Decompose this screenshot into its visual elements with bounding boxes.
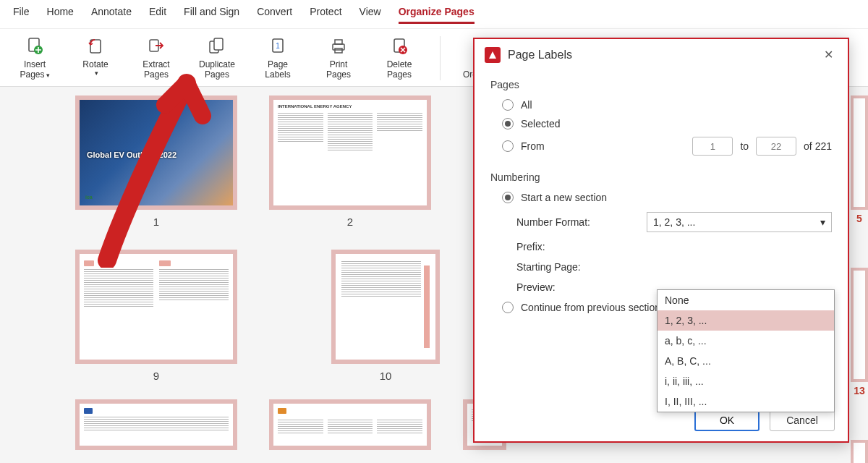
thumb-page-1[interactable]: Global EV Outlook 2022 iea 1 — [75, 95, 237, 228]
thumb-label: 1 — [153, 216, 159, 228]
radio-new-section-label: Start a new section — [521, 192, 607, 203]
page-labels-dialog: Page Labels ✕ Pages All Selected From to… — [473, 38, 849, 443]
duplicate-sub: Pages — [205, 69, 229, 80]
menu-convert[interactable]: Convert — [257, 6, 292, 24]
print-pages-button[interactable]: Print Pages — [315, 36, 362, 80]
number-format-select[interactable]: 1, 2, 3, ... ▾ — [647, 212, 832, 232]
radio-continue[interactable] — [502, 302, 514, 313]
format-option-roman-upper[interactable]: I, II, III, ... — [658, 391, 834, 412]
page1-brand: iea — [85, 195, 93, 200]
to-label: to — [740, 140, 749, 152]
right-edge-thumbs: 5 13 — [851, 95, 868, 463]
delete-pages-button[interactable]: Delete Pages — [376, 36, 422, 80]
strip-label: 5 — [851, 213, 868, 224]
pagelabels-sub: Labels — [265, 69, 290, 80]
delete-sub: Pages — [387, 69, 412, 80]
format-option-abc-upper[interactable]: A, B, C, ... — [658, 351, 834, 371]
page-labels-button[interactable]: 1 Page Labels — [255, 36, 301, 80]
radio-new-section[interactable] — [502, 192, 514, 203]
radio-selected-label: Selected — [521, 118, 560, 129]
dialog-close-button[interactable]: ✕ — [820, 46, 838, 63]
menu-fill-sign[interactable]: Fill and Sign — [184, 6, 239, 24]
cancel-button[interactable]: Cancel — [770, 409, 835, 431]
page9-tag — [84, 260, 94, 266]
thumb-page-10[interactable]: 10 — [331, 250, 440, 382]
thumb-page-bottom1[interactable] — [75, 399, 237, 450]
starting-page-label: Starting Page: — [516, 261, 647, 273]
number-format-label: Number Format: — [516, 216, 647, 228]
insert-label: Insert — [24, 59, 46, 69]
svg-rect-9 — [335, 40, 342, 44]
menu-annotate[interactable]: Annotate — [91, 6, 132, 24]
print-label: Print — [330, 59, 348, 69]
page-labels-icon: 1 — [268, 36, 288, 56]
number-format-value: 1, 2, 3, ... — [653, 216, 695, 228]
menu-view[interactable]: View — [359, 6, 381, 24]
menu-organize-pages[interactable]: Organize Pages — [399, 6, 475, 24]
extract-pages-button[interactable]: Extract Pages — [133, 36, 179, 80]
menu-home[interactable]: Home — [47, 6, 74, 24]
tag — [278, 408, 286, 414]
radio-from-label: From — [521, 140, 545, 152]
page9-tag2 — [159, 260, 171, 266]
print-sub: Pages — [326, 69, 351, 80]
insert-sub: Pages▾ — [20, 69, 49, 80]
thumb-page-9[interactable]: 9 — [75, 250, 237, 382]
radio-from-row[interactable]: From to of 221 — [502, 137, 832, 156]
extract-sub: Pages — [144, 69, 169, 80]
radio-continue-label: Continue from previous section — [521, 302, 660, 313]
ok-button[interactable]: OK — [694, 409, 760, 431]
thumb-page-edge[interactable] — [851, 440, 868, 463]
menu-file[interactable]: File — [13, 6, 30, 24]
page1-title: Global EV Outlook 2022 — [87, 150, 176, 159]
format-option-roman-lower[interactable]: i, ii, iii, ... — [658, 371, 834, 391]
starting-page-row: Starting Page: — [516, 261, 832, 273]
dialog-footer: OK Cancel — [694, 409, 835, 431]
number-format-dropdown: None 1, 2, 3, ... a, b, c, ... A, B, C, … — [657, 289, 835, 412]
ribbon-separator — [440, 36, 441, 80]
numbering-section-header: Numbering — [490, 171, 832, 183]
prefix-row: Prefix: — [516, 241, 832, 252]
number-format-row: Number Format: 1, 2, 3, ... ▾ — [516, 212, 832, 232]
preview-label: Preview: — [516, 281, 647, 293]
tag — [84, 408, 93, 414]
radio-from[interactable] — [502, 140, 514, 152]
prefix-label: Prefix: — [516, 241, 647, 252]
thumb-page-2[interactable]: INTERNATIONAL ENERGY AGENCY 2 — [269, 95, 431, 228]
format-option-none[interactable]: None — [658, 290, 834, 310]
duplicate-icon — [207, 36, 227, 56]
thumb-page-5[interactable] — [851, 95, 868, 210]
rotate-caret: ▾ — [95, 69, 98, 77]
extract-label: Extract — [142, 59, 169, 69]
format-option-abc-lower[interactable]: a, b, c, ... — [658, 331, 834, 351]
radio-selected[interactable] — [502, 118, 514, 129]
delete-label: Delete — [387, 59, 412, 69]
radio-new-section-row[interactable]: Start a new section — [502, 192, 832, 203]
thumb-label: 10 — [380, 370, 392, 382]
svg-text:1: 1 — [276, 42, 280, 50]
thumb-label: 2 — [347, 216, 353, 228]
menu-edit[interactable]: Edit — [149, 6, 166, 24]
svg-rect-5 — [214, 38, 223, 50]
pagelabels-label: Page — [268, 59, 288, 69]
thumb-page-bottom2[interactable] — [269, 399, 431, 450]
page2-header: INTERNATIONAL ENERGY AGENCY — [278, 104, 422, 109]
pages-section-header: Pages — [490, 79, 832, 90]
insert-pages-button[interactable]: Insert Pages▾ — [12, 36, 58, 80]
menu-protect[interactable]: Protect — [310, 6, 341, 24]
radio-selected-row[interactable]: Selected — [502, 118, 832, 129]
from-page-input[interactable] — [692, 137, 733, 156]
radio-all[interactable] — [502, 99, 514, 111]
app-logo-icon — [485, 47, 501, 63]
thumb-label: 9 — [153, 370, 159, 382]
duplicate-pages-button[interactable]: Duplicate Pages — [194, 36, 240, 80]
rotate-button[interactable]: Rotate ▾ — [72, 36, 119, 80]
thumb-page-13[interactable] — [851, 268, 868, 382]
rotate-icon — [85, 36, 106, 56]
dialog-titlebar: Page Labels ✕ — [475, 39, 848, 70]
radio-all-row[interactable]: All — [502, 99, 832, 111]
dialog-title: Page Labels — [508, 48, 572, 61]
strip-label: 13 — [851, 385, 868, 396]
to-page-input[interactable] — [756, 137, 796, 156]
format-option-123[interactable]: 1, 2, 3, ... — [658, 310, 834, 331]
